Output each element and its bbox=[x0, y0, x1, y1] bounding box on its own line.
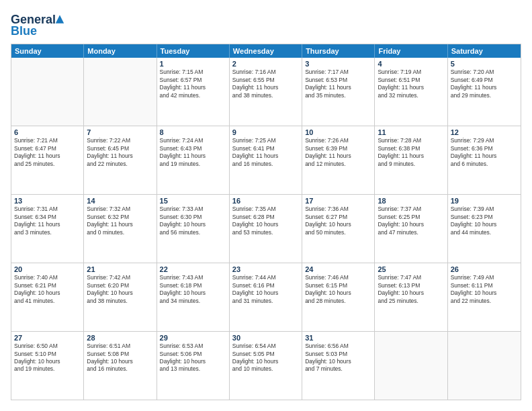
day-number: 16 bbox=[232, 197, 299, 205]
day-info: Sunrise: 7:29 AM Sunset: 6:36 PM Dayligh… bbox=[451, 137, 518, 168]
header-day-monday: Monday bbox=[84, 44, 157, 58]
calendar-header: SundayMondayTuesdayWednesdayThursdayFrid… bbox=[11, 44, 521, 58]
logo-blue: Blue bbox=[11, 24, 37, 38]
day-cell-11: 11Sunrise: 7:28 AM Sunset: 6:38 PM Dayli… bbox=[375, 126, 447, 194]
day-number: 28 bbox=[87, 334, 153, 342]
day-number: 23 bbox=[232, 265, 299, 273]
day-info: Sunrise: 7:26 AM Sunset: 6:39 PM Dayligh… bbox=[305, 137, 371, 168]
day-cell-23: 23Sunrise: 7:44 AM Sunset: 6:16 PM Dayli… bbox=[230, 263, 302, 331]
day-cell-20: 20Sunrise: 7:40 AM Sunset: 6:21 PM Dayli… bbox=[11, 263, 84, 331]
day-cell-31: 31Sunrise: 6:56 AM Sunset: 5:03 PM Dayli… bbox=[302, 332, 375, 400]
day-number: 8 bbox=[160, 128, 226, 136]
day-number: 18 bbox=[378, 197, 444, 205]
day-cell-4: 4Sunrise: 7:19 AM Sunset: 6:51 PM Daylig… bbox=[375, 58, 447, 126]
day-number: 11 bbox=[378, 128, 444, 136]
day-info: Sunrise: 7:25 AM Sunset: 6:41 PM Dayligh… bbox=[232, 137, 299, 168]
day-info: Sunrise: 7:24 AM Sunset: 6:43 PM Dayligh… bbox=[160, 137, 226, 168]
day-number: 21 bbox=[87, 265, 153, 273]
day-cell-21: 21Sunrise: 7:42 AM Sunset: 6:20 PM Dayli… bbox=[84, 263, 157, 331]
day-number: 1 bbox=[160, 60, 226, 68]
day-cell-16: 16Sunrise: 7:35 AM Sunset: 6:28 PM Dayli… bbox=[230, 195, 302, 263]
calendar-body: 1Sunrise: 7:15 AM Sunset: 6:57 PM Daylig… bbox=[11, 58, 521, 400]
day-cell-6: 6Sunrise: 7:21 AM Sunset: 6:47 PM Daylig… bbox=[11, 126, 84, 194]
day-info: Sunrise: 6:51 AM Sunset: 5:08 PM Dayligh… bbox=[87, 342, 153, 373]
day-info: Sunrise: 7:33 AM Sunset: 6:30 PM Dayligh… bbox=[160, 205, 226, 236]
day-info: Sunrise: 6:53 AM Sunset: 5:06 PM Dayligh… bbox=[160, 342, 226, 373]
day-info: Sunrise: 7:16 AM Sunset: 6:55 PM Dayligh… bbox=[232, 68, 299, 99]
day-info: Sunrise: 7:21 AM Sunset: 6:47 PM Dayligh… bbox=[14, 137, 81, 168]
day-info: Sunrise: 7:49 AM Sunset: 6:11 PM Dayligh… bbox=[451, 274, 518, 305]
day-cell-10: 10Sunrise: 7:26 AM Sunset: 6:39 PM Dayli… bbox=[302, 126, 375, 194]
header-day-sunday: Sunday bbox=[11, 44, 84, 58]
day-cell-25: 25Sunrise: 7:47 AM Sunset: 6:13 PM Dayli… bbox=[375, 263, 447, 331]
day-info: Sunrise: 7:40 AM Sunset: 6:21 PM Dayligh… bbox=[14, 274, 81, 305]
day-number: 25 bbox=[378, 265, 444, 273]
day-number: 4 bbox=[378, 60, 444, 68]
logo: General▴ Blue bbox=[11, 11, 63, 38]
day-info: Sunrise: 7:17 AM Sunset: 6:53 PM Dayligh… bbox=[305, 68, 371, 99]
day-info: Sunrise: 6:50 AM Sunset: 5:10 PM Dayligh… bbox=[14, 342, 81, 373]
day-cell-18: 18Sunrise: 7:37 AM Sunset: 6:25 PM Dayli… bbox=[375, 195, 447, 263]
day-info: Sunrise: 7:44 AM Sunset: 6:16 PM Dayligh… bbox=[232, 274, 299, 305]
calendar-row-1: 6Sunrise: 7:21 AM Sunset: 6:47 PM Daylig… bbox=[11, 126, 521, 194]
day-info: Sunrise: 7:15 AM Sunset: 6:57 PM Dayligh… bbox=[160, 68, 226, 99]
calendar-row-4: 27Sunrise: 6:50 AM Sunset: 5:10 PM Dayli… bbox=[11, 331, 521, 400]
day-number: 24 bbox=[305, 265, 371, 273]
day-info: Sunrise: 7:43 AM Sunset: 6:18 PM Dayligh… bbox=[160, 274, 226, 305]
day-cell-9: 9Sunrise: 7:25 AM Sunset: 6:41 PM Daylig… bbox=[230, 126, 302, 194]
header-day-thursday: Thursday bbox=[302, 44, 375, 58]
day-number: 2 bbox=[232, 60, 299, 68]
day-cell-7: 7Sunrise: 7:22 AM Sunset: 6:45 PM Daylig… bbox=[84, 126, 157, 194]
day-cell-5: 5Sunrise: 7:20 AM Sunset: 6:49 PM Daylig… bbox=[448, 58, 521, 126]
day-cell-27: 27Sunrise: 6:50 AM Sunset: 5:10 PM Dayli… bbox=[11, 332, 84, 400]
day-number: 17 bbox=[305, 197, 371, 205]
empty-cell-4-5 bbox=[375, 332, 447, 400]
day-cell-19: 19Sunrise: 7:39 AM Sunset: 6:23 PM Dayli… bbox=[448, 195, 521, 263]
calendar-row-3: 20Sunrise: 7:40 AM Sunset: 6:21 PM Dayli… bbox=[11, 263, 521, 331]
day-number: 30 bbox=[232, 334, 299, 342]
empty-cell-0-1 bbox=[84, 58, 157, 126]
calendar: SundayMondayTuesdayWednesdayThursdayFrid… bbox=[11, 44, 521, 400]
day-info: Sunrise: 7:46 AM Sunset: 6:15 PM Dayligh… bbox=[305, 274, 371, 305]
day-cell-17: 17Sunrise: 7:36 AM Sunset: 6:27 PM Dayli… bbox=[302, 195, 375, 263]
day-info: Sunrise: 7:37 AM Sunset: 6:25 PM Dayligh… bbox=[378, 205, 444, 236]
logo-bird-icon: ▴ bbox=[56, 10, 63, 27]
header-day-friday: Friday bbox=[375, 44, 447, 58]
empty-cell-0-0 bbox=[11, 58, 84, 126]
day-cell-13: 13Sunrise: 7:31 AM Sunset: 6:34 PM Dayli… bbox=[11, 195, 84, 263]
header-day-tuesday: Tuesday bbox=[157, 44, 230, 58]
day-info: Sunrise: 7:31 AM Sunset: 6:34 PM Dayligh… bbox=[14, 205, 81, 236]
day-number: 10 bbox=[305, 128, 371, 136]
day-number: 22 bbox=[160, 265, 226, 273]
day-info: Sunrise: 7:36 AM Sunset: 6:27 PM Dayligh… bbox=[305, 205, 371, 236]
day-cell-8: 8Sunrise: 7:24 AM Sunset: 6:43 PM Daylig… bbox=[157, 126, 230, 194]
header-day-wednesday: Wednesday bbox=[230, 44, 302, 58]
day-info: Sunrise: 6:54 AM Sunset: 5:05 PM Dayligh… bbox=[232, 342, 299, 373]
day-cell-15: 15Sunrise: 7:33 AM Sunset: 6:30 PM Dayli… bbox=[157, 195, 230, 263]
day-info: Sunrise: 7:28 AM Sunset: 6:38 PM Dayligh… bbox=[378, 137, 444, 168]
day-info: Sunrise: 7:20 AM Sunset: 6:49 PM Dayligh… bbox=[451, 68, 518, 99]
day-info: Sunrise: 7:35 AM Sunset: 6:28 PM Dayligh… bbox=[232, 205, 299, 236]
page-header: General▴ Blue bbox=[11, 11, 521, 38]
day-cell-26: 26Sunrise: 7:49 AM Sunset: 6:11 PM Dayli… bbox=[448, 263, 521, 331]
day-cell-28: 28Sunrise: 6:51 AM Sunset: 5:08 PM Dayli… bbox=[84, 332, 157, 400]
calendar-row-0: 1Sunrise: 7:15 AM Sunset: 6:57 PM Daylig… bbox=[11, 58, 521, 126]
day-cell-1: 1Sunrise: 7:15 AM Sunset: 6:57 PM Daylig… bbox=[157, 58, 230, 126]
day-info: Sunrise: 7:47 AM Sunset: 6:13 PM Dayligh… bbox=[378, 274, 444, 305]
day-cell-2: 2Sunrise: 7:16 AM Sunset: 6:55 PM Daylig… bbox=[230, 58, 302, 126]
day-cell-12: 12Sunrise: 7:29 AM Sunset: 6:36 PM Dayli… bbox=[448, 126, 521, 194]
day-number: 13 bbox=[14, 197, 81, 205]
day-cell-14: 14Sunrise: 7:32 AM Sunset: 6:32 PM Dayli… bbox=[84, 195, 157, 263]
calendar-row-2: 13Sunrise: 7:31 AM Sunset: 6:34 PM Dayli… bbox=[11, 194, 521, 263]
day-info: Sunrise: 7:32 AM Sunset: 6:32 PM Dayligh… bbox=[87, 205, 153, 236]
day-number: 12 bbox=[451, 128, 518, 136]
day-number: 3 bbox=[305, 60, 371, 68]
day-number: 9 bbox=[232, 128, 299, 136]
day-number: 20 bbox=[14, 265, 81, 273]
empty-cell-4-6 bbox=[448, 332, 521, 400]
day-info: Sunrise: 6:56 AM Sunset: 5:03 PM Dayligh… bbox=[305, 342, 371, 373]
day-cell-24: 24Sunrise: 7:46 AM Sunset: 6:15 PM Dayli… bbox=[302, 263, 375, 331]
day-cell-29: 29Sunrise: 6:53 AM Sunset: 5:06 PM Dayli… bbox=[157, 332, 230, 400]
day-cell-22: 22Sunrise: 7:43 AM Sunset: 6:18 PM Dayli… bbox=[157, 263, 230, 331]
day-info: Sunrise: 7:39 AM Sunset: 6:23 PM Dayligh… bbox=[451, 205, 518, 236]
